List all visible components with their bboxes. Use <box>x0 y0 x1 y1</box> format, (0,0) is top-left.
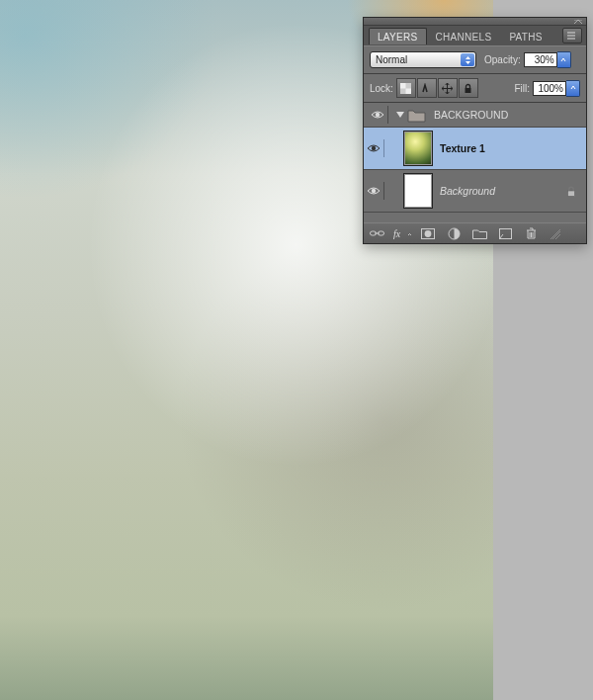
tab-paths[interactable]: PATHS <box>500 28 551 44</box>
panel-tabs: LAYERS CHANNELS PATHS <box>364 26 586 45</box>
svg-text:fx: fx <box>393 228 401 239</box>
panel-menu-button[interactable] <box>562 28 582 44</box>
adjustment-layer-button[interactable] <box>445 225 463 241</box>
lock-pixels-button[interactable] <box>417 78 437 98</box>
visibility-toggle[interactable] <box>368 106 388 124</box>
blend-opacity-row: Normal Opacity: <box>364 45 586 74</box>
blend-mode-select[interactable]: Normal <box>370 51 476 68</box>
new-group-button[interactable] <box>470 225 488 241</box>
panel-titlebar[interactable] <box>364 18 586 26</box>
layer-background[interactable]: Background <box>364 170 586 213</box>
tab-channels[interactable]: CHANNELS <box>427 28 501 44</box>
fill-input[interactable] <box>533 81 566 96</box>
opacity-label: Opacity: <box>484 54 521 65</box>
fill-scrubber-icon[interactable] <box>566 80 580 97</box>
svg-point-5 <box>372 146 376 150</box>
panel-bottom-bar: fx <box>364 222 586 243</box>
layer-fx-button[interactable]: fx <box>393 225 411 241</box>
layer-thumbnail[interactable] <box>403 173 433 209</box>
layers-list: BACKGROUND Texture 1 Backgroun <box>364 103 586 222</box>
svg-point-4 <box>376 113 380 117</box>
lock-label: Lock: <box>370 83 393 94</box>
tab-layers[interactable]: LAYERS <box>369 28 427 44</box>
fill-label: Fill: <box>514 83 530 94</box>
visibility-toggle[interactable] <box>364 182 384 200</box>
blend-mode-arrows-icon <box>461 53 474 66</box>
layer-group-background[interactable]: BACKGROUND <box>364 103 586 128</box>
panel-collapse-icon[interactable] <box>573 19 583 24</box>
svg-rect-3 <box>466 88 471 93</box>
resize-grip-icon[interactable] <box>550 228 560 239</box>
opacity-input[interactable] <box>524 52 557 67</box>
svg-rect-1 <box>400 83 406 89</box>
layer-mask-button[interactable] <box>419 225 437 241</box>
lock-fill-row: Lock: Fill: <box>364 74 586 103</box>
disclosure-triangle-icon[interactable] <box>396 111 404 119</box>
svg-point-6 <box>372 189 376 193</box>
layers-panel: LAYERS CHANNELS PATHS Normal Opacity: Lo… <box>363 17 587 244</box>
delete-layer-button[interactable] <box>522 225 540 241</box>
visibility-toggle[interactable] <box>364 139 384 157</box>
new-layer-button[interactable] <box>496 225 514 241</box>
lock-icon <box>566 186 576 197</box>
lock-all-button[interactable] <box>459 78 478 98</box>
layer-thumbnail[interactable] <box>403 131 433 166</box>
svg-rect-7 <box>568 191 575 197</box>
lock-transparency-button[interactable] <box>396 78 416 98</box>
layer-name-label[interactable]: Background <box>440 185 566 197</box>
folder-icon <box>407 108 427 123</box>
blend-mode-value: Normal <box>376 54 407 65</box>
layer-name-label[interactable]: Texture 1 <box>440 142 582 154</box>
svg-point-13 <box>425 230 432 237</box>
link-layers-button[interactable] <box>368 225 385 241</box>
layer-name-label[interactable]: BACKGROUND <box>434 109 582 121</box>
opacity-scrubber-icon[interactable] <box>557 51 571 68</box>
layer-texture-1[interactable]: Texture 1 <box>364 128 586 170</box>
lock-position-button[interactable] <box>438 78 458 98</box>
svg-rect-2 <box>406 88 412 94</box>
